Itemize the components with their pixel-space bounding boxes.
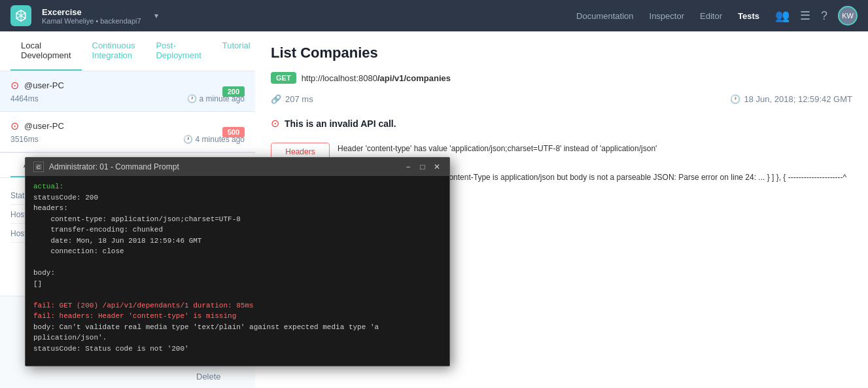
nav-tests[interactable]: Tests bbox=[738, 11, 759, 21]
panel-title: List Companies bbox=[271, 44, 852, 62]
cmd-line: content-type: application/json;charset=U… bbox=[33, 214, 442, 225]
cmd-title-bar[interactable]: C Administrator: 01 - Command Prompt − □… bbox=[26, 158, 449, 176]
cmd-line: request: bbox=[33, 365, 442, 366]
link-icon: 🔗 bbox=[271, 94, 281, 104]
delete-label[interactable]: Delete bbox=[196, 372, 221, 381]
cmd-line bbox=[33, 354, 442, 365]
test-item-name: @user-PC bbox=[24, 80, 64, 90]
meta-latency: 🔗 207 ms bbox=[271, 94, 313, 104]
avatar[interactable]: KW bbox=[838, 6, 858, 26]
method-badge: GET bbox=[271, 72, 296, 84]
endpoint-path: /api/v1/companies bbox=[377, 73, 451, 83]
cmd-line: actual: bbox=[33, 181, 442, 192]
cmd-controls: − □ ✕ bbox=[404, 162, 442, 171]
cmd-line: [] bbox=[33, 279, 442, 290]
cmd-body: actual: statusCode: 200 headers: content… bbox=[26, 176, 449, 366]
endpoint-url: http://localhost:8080/api/v1/companies bbox=[302, 73, 451, 83]
clock-icon: 🕐 bbox=[183, 135, 193, 144]
nav-inspector[interactable]: Inspector bbox=[650, 11, 684, 21]
delete-area: Delete bbox=[196, 372, 221, 381]
app-subtitle: Kamal Weheliye • backendapi7 bbox=[42, 17, 141, 25]
test-duration: 4464ms bbox=[10, 94, 39, 103]
main-tabs: Local Development Continuous Integration… bbox=[0, 31, 255, 71]
status-badge-500: 500 bbox=[222, 127, 245, 137]
error-icon: ⊙ bbox=[10, 79, 19, 92]
test-duration: 3516ms bbox=[10, 135, 39, 144]
cmd-line: body: Can't validate real media type 'te… bbox=[33, 322, 442, 333]
cmd-line bbox=[33, 289, 442, 300]
error-section: ⊙ This is an invalid API call. bbox=[271, 117, 852, 130]
cmd-line bbox=[33, 257, 442, 268]
error-circle-icon: ⊙ bbox=[271, 117, 279, 130]
headers-validation-text: Header 'content-type' has value 'applica… bbox=[338, 143, 852, 154]
svg-text:C: C bbox=[37, 164, 41, 170]
cmd-window: C Administrator: 01 - Command Prompt − □… bbox=[25, 157, 450, 366]
cmd-line: statusCode: 200 bbox=[33, 192, 442, 203]
latency-value: 207 ms bbox=[285, 94, 313, 104]
cmd-line: body: bbox=[33, 268, 442, 279]
nav-icons: 👥 ☰ ? KW bbox=[775, 6, 858, 26]
tab-tutorial[interactable]: Tutorial bbox=[212, 31, 255, 71]
tab-continuous-integration[interactable]: Continuous Integration bbox=[82, 31, 146, 71]
clock-icon-right: 🕐 bbox=[730, 94, 740, 104]
test-item-bottom: 4464ms 🕐 a minute ago bbox=[10, 94, 245, 103]
minimize-button[interactable]: − bbox=[404, 162, 413, 171]
nav-links: Documentation Inspector Editor Tests bbox=[576, 11, 759, 21]
tab-post-deployment[interactable]: Post-Deployment bbox=[145, 31, 211, 71]
test-item-bottom: 3516ms 🕐 4 minutes ago bbox=[10, 135, 245, 144]
cmd-line: pplication/json'. bbox=[33, 332, 442, 344]
cmd-line: fail: GET (200) /api/v1/dependants/1 dur… bbox=[33, 300, 442, 311]
nav-documentation[interactable]: Documentation bbox=[576, 11, 633, 21]
meta-timestamp: 🕐 18 Jun, 2018; 12:59:42 GMT bbox=[730, 94, 853, 104]
cmd-line: transfer-encoding: chunked bbox=[33, 224, 442, 236]
status-badge-200: 200 bbox=[222, 86, 245, 97]
cmd-line: connection: close bbox=[33, 246, 442, 257]
test-item-top: ⊙ @user-PC bbox=[10, 120, 245, 132]
endpoint-base: http://localhost:8080 bbox=[302, 73, 377, 83]
app-logo[interactable] bbox=[10, 5, 31, 26]
help-icon[interactable]: ? bbox=[821, 9, 827, 23]
app-name: Excercise bbox=[42, 7, 141, 17]
people-icon[interactable]: 👥 bbox=[775, 9, 790, 23]
tab-local-development[interactable]: Local Development bbox=[10, 31, 82, 71]
close-button[interactable]: ✕ bbox=[432, 162, 442, 171]
cmd-line: fail: headers: Header 'content-type' is … bbox=[33, 311, 442, 322]
restore-button[interactable]: □ bbox=[418, 162, 427, 171]
cmd-title: Administrator: 01 - Command Prompt bbox=[49, 162, 398, 171]
error-icon: ⊙ bbox=[10, 120, 19, 132]
chevron-down-icon[interactable]: ▾ bbox=[154, 11, 158, 20]
test-item-top: ⊙ @user-PC bbox=[10, 79, 245, 92]
timestamp-value: 18 Jun, 2018; 12:59:42 GMT bbox=[744, 94, 853, 104]
clock-icon: 🕐 bbox=[187, 94, 197, 103]
app-info: Excercise Kamal Weheliye • backendapi7 bbox=[42, 7, 141, 25]
top-nav: Excercise Kamal Weheliye • backendapi7 ▾… bbox=[0, 0, 868, 31]
test-item-name: @user-PC bbox=[24, 121, 64, 131]
list-icon[interactable]: ☰ bbox=[800, 9, 810, 23]
cmd-line: headers: bbox=[33, 203, 442, 214]
endpoint-row: GET http://localhost:8080/api/v1/compani… bbox=[271, 72, 852, 84]
cmd-app-icon: C bbox=[33, 162, 44, 172]
test-item[interactable]: ⊙ @user-PC 4464ms 🕐 a minute ago 200 bbox=[0, 71, 255, 112]
nav-editor[interactable]: Editor bbox=[700, 11, 722, 21]
meta-row: 🔗 207 ms 🕐 18 Jun, 2018; 12:59:42 GMT bbox=[271, 94, 852, 104]
error-text: This is an invalid API call. bbox=[285, 118, 396, 129]
cmd-line: date: Mon, 18 Jun 2018 12:59:46 GMT bbox=[33, 236, 442, 247]
cmd-line: statusCode: Status code is not '200' bbox=[33, 344, 442, 355]
test-item[interactable]: ⊙ @user-PC 3516ms 🕐 4 minutes ago 500 bbox=[0, 112, 255, 152]
